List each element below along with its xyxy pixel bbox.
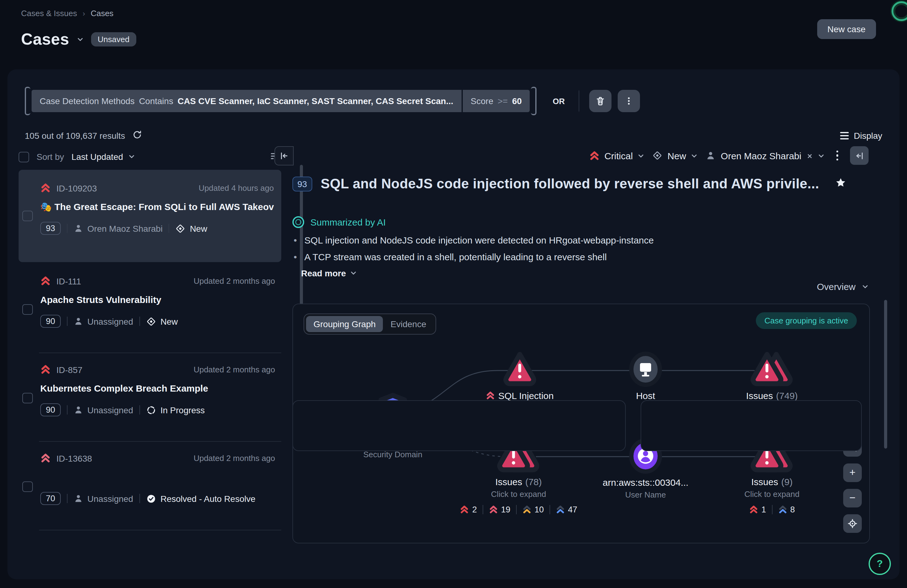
severity-critical-icon	[460, 505, 469, 514]
assignee: Oren Maoz Sharabi	[74, 223, 163, 233]
case-more-options-button[interactable]	[832, 151, 842, 161]
status-dropdown[interactable]: New	[653, 150, 698, 161]
severity-count-badge: 19	[489, 505, 510, 514]
case-title: Kubernetes Complex Breach Example	[40, 383, 275, 395]
zoom-out-button[interactable]: −	[843, 489, 862, 508]
case-checkbox[interactable]	[22, 393, 33, 403]
display-icon	[840, 130, 849, 141]
severity-medium-icon	[522, 505, 531, 514]
severity-high-icon	[40, 453, 51, 463]
trash-icon	[595, 96, 605, 106]
person-icon	[74, 494, 83, 503]
favorite-star-icon[interactable]	[835, 177, 846, 191]
severity-low-icon	[778, 505, 787, 514]
status-new-icon	[146, 316, 156, 326]
zoom-in-button[interactable]: +	[843, 463, 862, 482]
case-checkbox[interactable]	[22, 481, 33, 492]
chevron-down-icon	[862, 281, 869, 292]
person-icon	[74, 317, 83, 326]
chevron-down-icon	[691, 150, 698, 161]
collapse-left-icon	[279, 151, 289, 160]
severity-count-badge: 8	[778, 505, 795, 514]
score-badge: 93	[40, 222, 61, 235]
severity-critical-icon	[749, 505, 758, 514]
severity-critical-icon	[40, 183, 51, 193]
collapse-detail-button[interactable]	[850, 146, 869, 165]
case-checkbox[interactable]	[22, 211, 33, 221]
status: In Progress	[146, 405, 205, 415]
person-icon	[706, 151, 716, 160]
case-title: Apache Struts Vulnerability	[40, 294, 275, 306]
breadcrumb-root[interactable]: Cases & Issues	[21, 9, 77, 18]
app-logo-icon	[891, 1, 907, 21]
new-case-button[interactable]: New case	[817, 19, 876, 39]
case-list-item[interactable]: ID-111 Updated 2 months ago Apache Strut…	[19, 266, 281, 353]
chevron-down-icon	[638, 150, 645, 161]
ai-bullet: A TCP stream was created in a shell, pot…	[304, 248, 607, 265]
filter-group-close-bracket	[531, 87, 537, 115]
help-button[interactable]: ?	[869, 553, 891, 575]
bottom-card	[292, 400, 626, 451]
status: Resolved - Auto Resolve	[146, 493, 256, 503]
severity-low-icon	[556, 505, 565, 514]
title-chevron-down-icon[interactable]	[77, 34, 83, 45]
collapse-list-button[interactable]	[274, 146, 294, 165]
score-badge: 70	[40, 492, 61, 505]
case-updated: Updated 4 hours ago	[199, 183, 274, 193]
person-icon	[74, 405, 83, 415]
severity-critical-icon	[40, 364, 51, 375]
display-button[interactable]: Display	[840, 130, 882, 141]
severity-critical-icon	[486, 391, 495, 400]
locate-icon	[848, 519, 857, 529]
overview-dropdown[interactable]: Overview	[817, 281, 869, 292]
case-detail-pane: Critical New Oren Maoz Sharabi	[292, 146, 896, 577]
ai-ring-icon	[292, 216, 304, 228]
severity-count-badge: 10	[522, 505, 544, 514]
tab-grouping-graph[interactable]: Grouping Graph	[306, 316, 383, 332]
tab-evidence[interactable]: Evidence	[383, 316, 434, 332]
refresh-icon[interactable]	[133, 130, 142, 141]
score-badge: 90	[40, 403, 61, 417]
case-id: ID-109203	[56, 183, 97, 193]
filter-chip-score[interactable]: Score>=60	[463, 90, 530, 112]
filter-more-options-button[interactable]	[617, 90, 640, 112]
severity-count-badge: 2	[460, 505, 477, 514]
select-all-checkbox[interactable]	[19, 152, 29, 162]
graph-node-host[interactable]: Host	[583, 351, 708, 401]
sort-value-dropdown[interactable]: Last Updated	[72, 152, 135, 162]
recenter-button[interactable]	[843, 514, 862, 533]
clear-assignee-icon[interactable]	[806, 150, 812, 161]
case-list-item[interactable]: ID-857 Updated 2 months ago Kubernetes C…	[19, 354, 281, 442]
severity-critical-icon	[40, 276, 51, 286]
page-scrollbar[interactable]	[884, 300, 887, 449]
sort-by-label: Sort by	[37, 152, 64, 162]
status: New	[176, 223, 207, 233]
person-icon	[74, 224, 83, 233]
filter-chip-detection-methods[interactable]: Case Detection MethodsContainsCAS CVE Sc…	[32, 90, 461, 112]
case-list: Sort by Last Updated ID-10	[19, 146, 281, 577]
score-badge: 90	[40, 315, 61, 328]
assignee: Unassigned	[74, 493, 133, 503]
case-checkbox[interactable]	[22, 304, 33, 315]
kebab-menu-icon	[623, 96, 633, 106]
assignee-dropdown[interactable]: Oren Maoz Sharabi	[706, 150, 824, 161]
severity-count-badge: 1	[749, 505, 766, 514]
status-resolved-icon	[146, 493, 156, 503]
case-list-item[interactable]: ID-109203 Updated 4 hours ago 🎭 The Grea…	[19, 170, 281, 262]
case-list-item[interactable]: ID-13638 Updated 2 months ago 70 Unassig…	[19, 443, 281, 530]
severity-critical-icon	[489, 505, 498, 514]
read-more-button[interactable]: Read more	[301, 268, 357, 278]
severity-count-badge: 47	[556, 505, 577, 514]
severity-dropdown[interactable]: Critical	[589, 150, 645, 161]
collapse-right-icon	[855, 151, 864, 160]
app-window: Cases & Issues › Cases Cases Unsaved New…	[0, 0, 907, 588]
results-count: 105 out of 109,637 results	[25, 131, 125, 141]
ai-bullet: SQL injection and NodeJS code injection …	[304, 232, 654, 248]
filter-joiner[interactable]: OR	[553, 96, 565, 106]
breadcrumb-separator-icon: ›	[83, 9, 85, 18]
delete-filter-button[interactable]	[589, 90, 611, 112]
graph-controls: + −	[843, 438, 862, 533]
page-title: Cases	[21, 30, 69, 49]
breadcrumb-current[interactable]: Cases	[91, 9, 114, 18]
case-score-badge: 93	[292, 176, 312, 191]
